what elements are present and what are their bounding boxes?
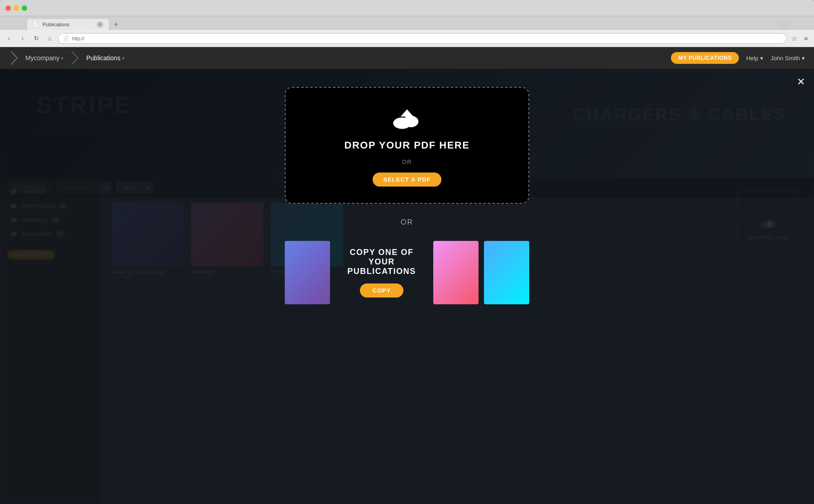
copy-button[interactable]: COPY — [360, 283, 404, 298]
nav-help-item[interactable]: Help ▾ — [746, 55, 763, 62]
tab-favicon: 📄 — [33, 22, 39, 28]
maximize-window-button[interactable] — [22, 5, 27, 11]
select-pdf-button[interactable]: SELECT A PDF — [373, 173, 442, 187]
address-bar[interactable]: 📄 http:// — [58, 33, 787, 44]
upload-dropzone[interactable]: DROP YOUR PDF HERE OR SELECT A PDF — [285, 87, 529, 204]
browser-tab[interactable]: 📄 Publications × — [27, 19, 109, 30]
minimize-window-button[interactable] — [14, 5, 19, 11]
nav-chevron-separator-icon — [70, 48, 80, 68]
upload-cloud-icon — [391, 106, 423, 132]
copy-pub-thumb-1 — [285, 241, 330, 304]
nav-user-dropdown-icon: ▾ — [802, 55, 805, 62]
svg-marker-8 — [401, 109, 414, 116]
upload-or-text: OR — [402, 158, 412, 165]
bookmark-icon[interactable]: ☆ — [790, 34, 799, 43]
new-tab-icon: + — [114, 20, 118, 29]
close-window-button[interactable] — [5, 5, 11, 11]
app-content: Mycompany ▾ Publications ▾ MY PUBLICATIO… — [0, 47, 814, 504]
copy-publications-title: COPY ONE OF YOUR PUBLICATIONS — [335, 248, 428, 276]
tab-close-icon: × — [99, 22, 101, 27]
nav-right: MY PUBLICATIONS Help ▾ John Smith ▾ — [671, 52, 805, 64]
home-button[interactable]: ⌂ — [44, 33, 55, 44]
nav-user-item[interactable]: John Smith ▾ — [771, 55, 805, 62]
nav-item-company[interactable]: Mycompany ▾ — [20, 47, 69, 69]
menu-icon[interactable]: ≡ — [801, 34, 810, 43]
my-publications-button[interactable]: MY PUBLICATIONS — [671, 52, 739, 64]
modal-container: DROP YOUR PDF HERE OR SELECT A PDF OR — [280, 87, 534, 304]
nav-help-label: Help — [746, 55, 758, 62]
modal-overlay: ✕ — [0, 69, 814, 504]
section-or-divider: OR — [401, 218, 413, 226]
app-navbar: Mycompany ▾ Publications ▾ MY PUBLICATIO… — [0, 47, 814, 69]
browser-window: 📄 Publications × + ‹ › ↻ ⌂ 📄 http:// ☆ ≡ — [0, 0, 814, 504]
tab-title: Publications — [43, 22, 69, 27]
nav-help-dropdown-icon: ▾ — [760, 55, 763, 62]
nav-publications-label: Publications — [86, 54, 120, 62]
nav-item-publications[interactable]: Publications ▾ — [81, 47, 130, 69]
main-area: STRIPE COLLECTION CHARGERS & CABLES All … — [0, 69, 814, 504]
url-text: http:// — [72, 36, 85, 41]
copy-publications-row: COPY ONE OF YOUR PUBLICATIONS COPY — [285, 241, 529, 304]
browser-tab-bar: 📄 Publications × + — [0, 16, 814, 30]
window-restore-button[interactable] — [779, 22, 787, 30]
lock-icon: 📄 — [63, 35, 69, 41]
back-button[interactable]: ‹ — [4, 33, 14, 44]
tab-close-button[interactable]: × — [97, 21, 103, 28]
browser-titlebar — [0, 0, 814, 16]
nav-chevron-left-icon — [9, 48, 19, 68]
nav-publications-dropdown-icon: ▾ — [122, 56, 124, 61]
nav-user-label: John Smith — [771, 55, 800, 62]
modal-close-button[interactable]: ✕ — [797, 76, 805, 88]
copy-pub-thumb-2 — [433, 241, 479, 304]
copy-pub-thumb-3 — [484, 241, 529, 304]
nav-company-dropdown-icon: ▾ — [61, 56, 63, 61]
copy-center-content: COPY ONE OF YOUR PUBLICATIONS COPY — [335, 241, 428, 304]
upload-drop-text: DROP YOUR PDF HERE — [345, 139, 470, 151]
nav-company-label: Mycompany — [25, 54, 59, 62]
browser-toolbar: ‹ › ↻ ⌂ 📄 http:// ☆ ≡ — [0, 30, 814, 47]
forward-button[interactable]: › — [17, 33, 28, 44]
new-tab-button[interactable]: + — [110, 19, 121, 30]
browser-toolbar-right: ☆ ≡ — [790, 34, 810, 43]
reload-button[interactable]: ↻ — [31, 33, 42, 44]
copy-section: COPY ONE OF YOUR PUBLICATIONS COPY — [285, 241, 529, 304]
